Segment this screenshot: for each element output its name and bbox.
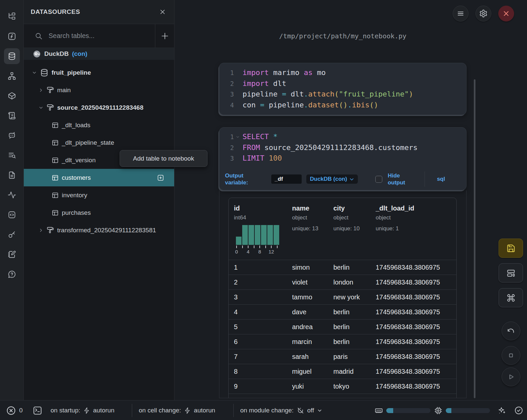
run-button[interactable] [502, 367, 520, 386]
rail-item-function-square[interactable] [0, 26, 23, 46]
database-icon [8, 52, 16, 60]
tooltip-add-table: Add table to notebook [120, 150, 207, 167]
code-line: 2FROM source_202504291112283468.customer… [219, 142, 466, 153]
table-row: 6marcinberlin1745968348.3806975z [229, 334, 456, 349]
tree-item-label: _dlt_pipeline_state [62, 139, 114, 146]
language-badge-sql[interactable]: sql [437, 176, 445, 182]
on-module-change-setting[interactable]: on module change: off [240, 401, 322, 420]
connection-alias: (con) [72, 50, 87, 57]
cell-output-area: id int64 04812 name object unique: 13 ci… [219, 190, 467, 398]
rail-item-key[interactable] [0, 225, 23, 245]
activity-icon [8, 191, 16, 199]
table-icon [52, 157, 59, 164]
rail-item-file-tree[interactable] [0, 7, 23, 26]
code-cell-sql[interactable]: 1SELECT *2FROM source_202504291112283468… [219, 127, 467, 190]
on-startup-setting[interactable]: on startup: autorun [51, 401, 114, 420]
notebook-scrollbar[interactable] [474, 79, 475, 398]
settings-button[interactable] [475, 6, 491, 21]
zap-icon [83, 407, 90, 414]
tree-item-_dlt_pipeline_state[interactable]: _dlt_pipeline_state [24, 134, 174, 151]
datasources-panel: DATASOURCES DuckDB (con) fruit_pipelinem… [24, 0, 174, 400]
rail-item-box[interactable] [0, 86, 23, 106]
close-icon [502, 9, 510, 18]
bot-icon [8, 131, 16, 140]
connection-status[interactable] [514, 401, 523, 420]
error-counter[interactable]: 0 [6, 401, 23, 420]
column-header-city[interactable]: city object unique: 10 [333, 205, 376, 260]
output-variable-label: Output variable: [225, 172, 256, 186]
rail-item-list-search[interactable] [0, 145, 23, 165]
column-header-id[interactable]: id int64 04812 [234, 205, 292, 260]
layout-button[interactable] [499, 263, 523, 283]
list-search-icon [8, 151, 16, 160]
watch-off-icon [297, 407, 304, 414]
tree-item-label: _dlt_version [62, 157, 95, 164]
close-panel-icon[interactable] [159, 8, 166, 16]
table-icon [52, 209, 59, 216]
status-bar: 0 on startup: autorun on cell change: au… [0, 400, 527, 420]
tree-item-label: main [57, 87, 71, 94]
tree-item-label: purchases [62, 209, 91, 216]
stop-button[interactable] [502, 346, 520, 365]
code-line: 3LIMIT 100 [219, 153, 466, 164]
rail-item-activity[interactable] [0, 185, 23, 205]
code-cell-python[interactable]: 1import marimo as mo2import dlt3pipeline… [219, 63, 467, 115]
tree-item-customers[interactable]: customers [24, 169, 174, 186]
code-line: 4con = pipeline.dataset().ibis() [219, 100, 466, 111]
tree-item-label: _dlt_loads [62, 122, 91, 129]
tree-item-source_202504291112283468[interactable]: source_202504291112283468 [24, 99, 174, 116]
search-box[interactable] [24, 24, 155, 48]
on-cell-change-setting[interactable]: on cell change: autorun [139, 401, 215, 420]
tree-item-transformed_202504291112283581[interactable]: transformed_202504291112283581 [24, 221, 174, 239]
save-button[interactable] [499, 239, 523, 258]
rail-item-bot[interactable] [0, 126, 23, 145]
hide-output-checkbox[interactable] [375, 176, 382, 183]
chevron-down-icon [317, 408, 322, 413]
rail-item-scroll[interactable] [0, 106, 23, 126]
rail-item-database[interactable] [0, 46, 23, 66]
ram-usage [374, 401, 431, 420]
on-module-change-label: on module change: [240, 407, 294, 414]
code-line: 1SELECT * [219, 132, 466, 142]
table-icon [52, 122, 59, 129]
rail-item-file-text[interactable] [0, 165, 23, 185]
terminal-button[interactable] [32, 401, 43, 420]
add-table-to-notebook-button[interactable] [157, 174, 164, 181]
tree-item-inventory[interactable]: inventory [24, 186, 174, 204]
column-header-name[interactable]: name object unique: 13 [292, 205, 333, 260]
error-count: 0 [19, 407, 23, 414]
chevron-down-icon [349, 177, 354, 182]
tree-item-main[interactable]: main [24, 81, 174, 99]
tree-item-label: inventory [62, 192, 87, 199]
undo-button[interactable] [502, 322, 520, 340]
connection-duckdb[interactable]: DuckDB (con) [24, 48, 174, 60]
tree-item-fruit_pipeline[interactable]: fruit_pipeline [24, 64, 174, 81]
rail-item-sitemap[interactable] [0, 66, 23, 86]
circle-check-icon [514, 406, 523, 415]
on-module-change-value: off [307, 407, 314, 414]
controls-divider [425, 172, 425, 187]
add-datasource-button[interactable] [155, 24, 174, 48]
rail-item-notebook-pen[interactable] [0, 245, 23, 264]
table-clipped-row [229, 394, 456, 398]
ai-assist-button[interactable] [497, 401, 506, 420]
command-palette-button[interactable] [499, 288, 523, 307]
tree-item-purchases[interactable]: purchases [24, 204, 174, 221]
column-header-dlt-load-id[interactable]: _dlt_load_id object unique: 1 [376, 205, 457, 260]
code-line: 2import dlt [219, 78, 466, 89]
search-input[interactable] [49, 32, 134, 40]
rail-item-code-square[interactable] [0, 205, 23, 225]
rail-item-help-circle[interactable] [0, 264, 23, 284]
engine-dropdown[interactable]: DuckDB (con) [306, 174, 358, 184]
search-row [24, 24, 174, 48]
schema-icon [47, 226, 54, 234]
ram-meter [386, 408, 431, 413]
help-circle-icon [8, 270, 16, 279]
on-cell-change-label: on cell change: [139, 407, 181, 414]
close-window-button[interactable] [498, 6, 514, 21]
on-startup-value: autorun [93, 407, 114, 414]
output-variable-input[interactable] [271, 174, 302, 184]
menu-button[interactable] [453, 6, 469, 21]
tree-item-label: transformed_202504291112283581 [57, 227, 156, 234]
tree-item-_dlt_loads[interactable]: _dlt_loads [24, 116, 174, 134]
